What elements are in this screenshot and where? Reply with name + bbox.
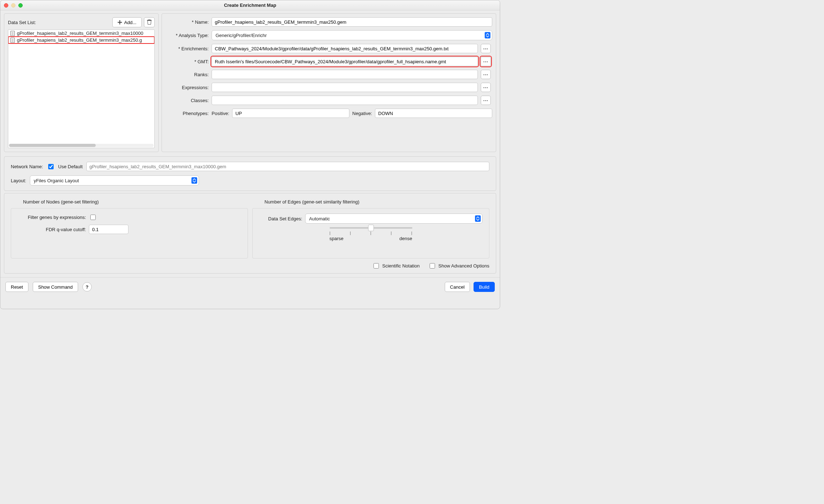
list-item-label: gProfiler_hsapiens_lab2_results_GEM_term…: [17, 37, 142, 43]
positive-label: Positive:: [212, 111, 229, 116]
scientific-notation-checkbox[interactable]: [373, 263, 379, 269]
window-title: Create Enrichment Map: [0, 3, 500, 8]
slider-thumb[interactable]: [368, 225, 374, 231]
fdr-input[interactable]: [89, 225, 128, 234]
delete-dataset-button[interactable]: [144, 17, 155, 27]
dense-label: dense: [399, 236, 412, 241]
file-icon: [10, 38, 15, 43]
positive-input[interactable]: [232, 109, 349, 118]
name-label: * Name:: [166, 19, 209, 25]
expressions-label: Expressions:: [166, 85, 209, 90]
enrichments-label: * Enrichments:: [166, 46, 209, 51]
plus-icon: [118, 20, 122, 24]
ranks-input[interactable]: [212, 70, 478, 79]
select-arrows-icon: [475, 215, 481, 222]
browse-expressions-button[interactable]: ···: [481, 83, 491, 92]
gmt-input[interactable]: [212, 57, 478, 66]
dataset-listbox[interactable]: gProfiler_hsapiens_lab2_results_GEM_term…: [8, 29, 155, 148]
show-advanced-checkbox[interactable]: [430, 263, 435, 269]
dataset-edges-label: Data Set Edges:: [259, 216, 302, 221]
phenotypes-label: Phenotypes:: [166, 111, 209, 116]
ranks-label: Ranks:: [166, 72, 209, 77]
similarity-slider[interactable]: ||||| sparse dense: [330, 227, 412, 241]
enrichments-input[interactable]: [212, 44, 478, 53]
classes-label: Classes:: [166, 98, 209, 103]
browse-enrichments-button[interactable]: ···: [481, 44, 491, 53]
help-button[interactable]: ?: [82, 282, 92, 292]
show-command-button[interactable]: Show Command: [33, 282, 78, 292]
fdr-label: FDR q-value cutoff:: [18, 227, 86, 232]
scientific-notation-label: Scientific Notation: [382, 263, 420, 269]
list-item[interactable]: gProfiler_hsapiens_lab2_results_GEM_term…: [8, 30, 154, 37]
edges-filter-title: Number of Edges (gene-set similarity fil…: [252, 199, 489, 205]
browse-gmt-button[interactable]: ···: [481, 57, 491, 66]
use-default-label: Use Default: [58, 164, 83, 169]
build-button[interactable]: Build: [474, 282, 495, 292]
dataset-edges-select[interactable]: Automatic: [305, 214, 483, 224]
add-dataset-button[interactable]: Add...: [112, 17, 142, 27]
select-arrows-icon: [485, 32, 490, 38]
network-name-label: Network Name:: [11, 164, 43, 169]
dataset-edges-value: Automatic: [309, 216, 330, 221]
select-arrows-icon: [191, 177, 197, 184]
dataset-list-label: Data Set List:: [8, 20, 110, 25]
browse-ranks-button[interactable]: ···: [481, 70, 491, 79]
browse-classes-button[interactable]: ···: [481, 96, 491, 105]
filter-genes-checkbox[interactable]: [90, 215, 96, 220]
gmt-label: * GMT:: [166, 59, 209, 64]
titlebar: Create Enrichment Map: [0, 0, 500, 10]
use-default-checkbox[interactable]: [48, 164, 54, 169]
negative-input[interactable]: [375, 109, 492, 118]
filter-genes-label: Filter genes by expressions:: [18, 215, 86, 220]
nodes-filter-title: Number of Nodes (gene-set filtering): [11, 199, 248, 205]
classes-input[interactable]: [212, 96, 478, 105]
layout-label: Layout:: [11, 178, 26, 183]
list-item-label: gProfiler_hsapiens_lab2_results_GEM_term…: [17, 31, 143, 36]
scientific-notation-option[interactable]: Scientific Notation: [372, 262, 420, 270]
show-advanced-option[interactable]: Show Advanced Options: [428, 262, 489, 270]
name-input[interactable]: [212, 17, 492, 27]
file-icon: [10, 31, 15, 36]
layout-select[interactable]: yFiles Organic Layout: [30, 175, 199, 185]
analysis-type-select[interactable]: Generic/gProfiler/Enrichr: [212, 30, 492, 40]
horizontal-scrollbar[interactable]: [9, 144, 154, 147]
layout-value: yFiles Organic Layout: [34, 178, 79, 183]
trash-icon: [147, 19, 152, 26]
analysis-type-value: Generic/gProfiler/Enrichr: [216, 33, 267, 38]
expressions-input[interactable]: [212, 83, 478, 92]
negative-label: Negative:: [352, 111, 372, 116]
list-item[interactable]: gProfiler_hsapiens_lab2_results_GEM_term…: [8, 37, 154, 43]
network-name-input: [86, 162, 490, 171]
reset-button[interactable]: Reset: [5, 282, 28, 292]
show-advanced-label: Show Advanced Options: [438, 263, 489, 269]
sparse-label: sparse: [330, 236, 344, 241]
add-button-label: Add...: [124, 20, 136, 25]
analysis-type-label: * Analysis Type:: [166, 33, 209, 38]
cancel-button[interactable]: Cancel: [445, 282, 470, 292]
